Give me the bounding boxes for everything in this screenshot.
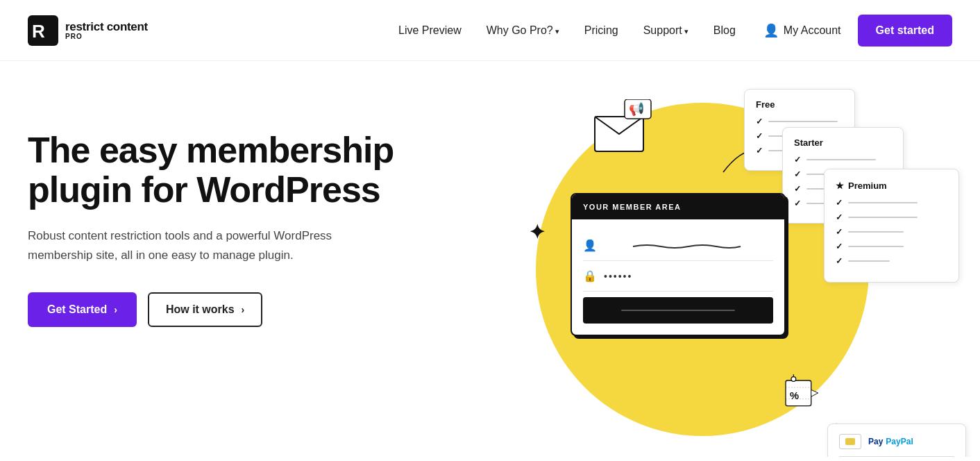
svg-text:%: % bbox=[790, 390, 799, 401]
nav-item-support[interactable]: Support bbox=[643, 24, 688, 37]
member-area-card: YOUR MEMBER AREA 👤 🔒 •••••• bbox=[571, 193, 786, 336]
pricing-starter-title: Starter bbox=[794, 137, 892, 148]
pricing-card-premium: ★ Premium ✓ ✓ ✓ ✓ ✓ bbox=[824, 169, 959, 283]
arrow-icon: › bbox=[242, 304, 245, 315]
premium-star-icon: ★ bbox=[836, 181, 844, 191]
get-started-button[interactable]: Get Started › bbox=[28, 292, 137, 327]
lock-icon: 🔒 bbox=[583, 269, 597, 283]
envelope-decoration: 📢 bbox=[591, 99, 654, 158]
svg-text:R: R bbox=[32, 21, 45, 42]
logo-text: restrict content PRO bbox=[65, 21, 148, 40]
hero-content: The easy membership plugin for WordPress… bbox=[28, 103, 430, 327]
user-icon: 👤 bbox=[763, 23, 779, 38]
arrow-right-icon: › bbox=[114, 304, 117, 315]
member-area-body: 👤 🔒 •••••• bbox=[572, 219, 784, 335]
password-field: 🔒 •••••• bbox=[583, 261, 773, 292]
discount-tag-decoration: % bbox=[779, 374, 820, 415]
password-dots: •••••• bbox=[604, 271, 632, 282]
nav-item-live-preview[interactable]: Live Preview bbox=[398, 24, 462, 37]
payment-line-1 bbox=[839, 456, 954, 457]
star-decoration-1: ✦ bbox=[529, 221, 545, 244]
logo-icon: R bbox=[28, 15, 58, 46]
username-field: 👤 bbox=[583, 230, 773, 261]
hero-illustration: ✦ ✦ ✦ 📢 bbox=[494, 61, 980, 457]
svg-point-6 bbox=[791, 377, 796, 382]
user-field-icon: 👤 bbox=[583, 239, 597, 252]
hero-subtitle: Robust content restriction tools and a p… bbox=[28, 226, 361, 264]
logo[interactable]: R restrict content PRO bbox=[28, 15, 148, 46]
nav-item-blog[interactable]: Blog bbox=[713, 24, 736, 37]
hero-section: The easy membership plugin for WordPress… bbox=[0, 61, 980, 457]
nav-item-pricing[interactable]: Pricing bbox=[584, 24, 618, 37]
pricing-premium-title: ★ Premium bbox=[836, 181, 947, 191]
get-started-nav-button[interactable]: Get started bbox=[858, 15, 952, 47]
hero-title: The easy membership plugin for WordPress bbox=[28, 131, 430, 210]
login-button bbox=[583, 297, 773, 324]
payment-card: PayPayPal bbox=[827, 424, 966, 457]
nav-links: Live Preview Why Go Pro? Pricing Support… bbox=[398, 24, 736, 37]
paypal-logo: PayPayPal bbox=[868, 437, 913, 446]
nav-item-why-go-pro[interactable]: Why Go Pro? bbox=[487, 24, 559, 37]
how-it-works-button[interactable]: How it works › bbox=[148, 292, 262, 327]
nav-right: 👤 My Account Get started bbox=[763, 15, 952, 47]
navbar: R restrict content PRO Live Preview Why … bbox=[0, 0, 980, 61]
pricing-free-title: Free bbox=[756, 99, 843, 110]
svg-text:📢: 📢 bbox=[629, 101, 645, 117]
hero-buttons: Get Started › How it works › bbox=[28, 292, 430, 327]
member-area-header: YOUR MEMBER AREA bbox=[572, 194, 784, 219]
my-account-link[interactable]: 👤 My Account bbox=[763, 23, 841, 38]
payment-methods-row: PayPayPal bbox=[839, 434, 954, 449]
credit-card-icon bbox=[839, 434, 861, 449]
